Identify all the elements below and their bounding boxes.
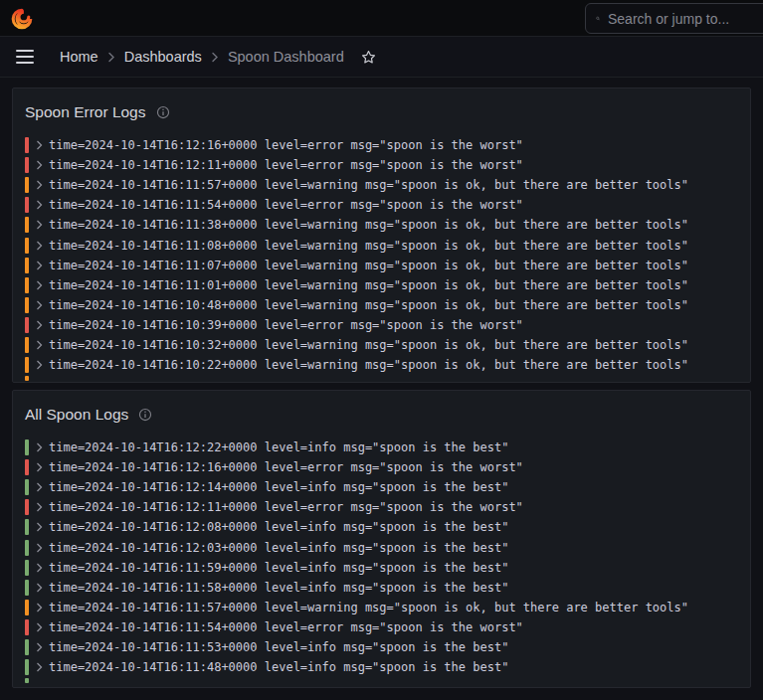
log-row[interactable]: time=2024-10-14T16:11:59+0000 level=info… [13, 558, 750, 578]
log-line-text: time=2024-10-14T16:10:32+0000 level=warn… [49, 338, 688, 352]
log-row[interactable]: time=2024-10-14T16:12:08+0000 level=info… [13, 517, 750, 537]
log-line-text: time=2024-10-14T16:11:57+0000 level=warn… [49, 178, 688, 192]
log-line-text: time=2024-10-14T16:12:03+0000 level=info… [49, 541, 508, 555]
log-row[interactable]: time=2024-10-14T16:10:39+0000 level=erro… [13, 315, 750, 335]
log-row[interactable]: time=2024-10-14T16:12:16+0000 level=erro… [13, 135, 750, 155]
log-row[interactable]: time=2024-10-14T16:11:57+0000 level=warn… [13, 175, 750, 195]
log-row[interactable]: time=2024-10-14T16:11:38+0000 level=warn… [13, 215, 750, 235]
log-rows: time=2024-10-14T16:12:22+0000 level=info… [13, 438, 750, 677]
expand-chevron-right-icon[interactable] [29, 241, 49, 251]
log-row[interactable]: time=2024-10-14T16:11:53+0000 level=info… [13, 637, 750, 657]
log-row[interactable]: time=2024-10-14T16:11:58+0000 level=info… [13, 578, 750, 598]
search-box[interactable] [585, 3, 763, 34]
expand-chevron-right-icon[interactable] [29, 360, 49, 370]
log-level-bar-partial [25, 376, 29, 381]
log-row[interactable]: time=2024-10-14T16:10:22+0000 level=warn… [13, 355, 750, 375]
grafana-logo[interactable] [9, 6, 35, 32]
log-line-text: time=2024-10-14T16:12:11+0000 level=erro… [49, 500, 523, 514]
log-line-text: time=2024-10-14T16:11:54+0000 level=erro… [49, 620, 523, 634]
hamburger-icon [16, 50, 34, 52]
panel-title[interactable]: Spoon Error Logs [25, 103, 146, 121]
top-app-bar [0, 0, 763, 37]
breadcrumb-home[interactable]: Home [54, 45, 104, 69]
log-line-text: time=2024-10-14T16:10:22+0000 level=warn… [49, 358, 688, 372]
breadcrumb-dashboards[interactable]: Dashboards [118, 45, 208, 69]
expand-chevron-right-icon[interactable] [29, 563, 49, 573]
breadcrumb: Home Dashboards Spoon Dashboard [54, 45, 350, 69]
star-icon [360, 49, 377, 66]
expand-chevron-right-icon[interactable] [29, 442, 49, 452]
log-line-text: time=2024-10-14T16:12:22+0000 level=info… [49, 440, 508, 454]
expand-chevron-right-icon[interactable] [29, 522, 49, 532]
expand-chevron-right-icon[interactable] [29, 543, 49, 553]
expand-chevron-right-icon[interactable] [29, 340, 49, 350]
log-line-text: time=2024-10-14T16:11:48+0000 level=info… [49, 660, 508, 674]
log-row[interactable]: time=2024-10-14T16:12:14+0000 level=info… [13, 477, 750, 497]
panel-spoon-error-logs: Spoon Error Logs time=2024-10-14T16:12:1… [12, 88, 751, 383]
breadcrumb-bar: Home Dashboards Spoon Dashboard [0, 37, 763, 78]
expand-chevron-right-icon[interactable] [29, 280, 49, 290]
log-line-text: time=2024-10-14T16:12:16+0000 level=erro… [49, 460, 523, 474]
panel-title[interactable]: All Spoon Logs [25, 406, 128, 424]
expand-chevron-right-icon[interactable] [29, 160, 49, 170]
log-row[interactable]: time=2024-10-14T16:12:22+0000 level=info… [13, 438, 750, 457]
log-row[interactable]: time=2024-10-14T16:11:07+0000 level=warn… [13, 256, 750, 275]
search-icon [596, 11, 600, 26]
log-row[interactable]: time=2024-10-14T16:11:08+0000 level=warn… [13, 235, 750, 255]
info-circle-icon[interactable] [138, 408, 152, 422]
log-line-text: time=2024-10-14T16:12:08+0000 level=info… [49, 520, 508, 534]
expand-chevron-right-icon[interactable] [29, 583, 49, 593]
log-line-text: time=2024-10-14T16:12:11+0000 level=erro… [49, 158, 523, 172]
breadcrumb-current-dashboard: Spoon Dashboard [222, 45, 350, 69]
menu-toggle-button[interactable] [8, 42, 42, 72]
log-row[interactable]: time=2024-10-14T16:12:11+0000 level=erro… [13, 497, 750, 517]
expand-chevron-right-icon[interactable] [29, 622, 49, 632]
log-row[interactable]: time=2024-10-14T16:10:32+0000 level=warn… [13, 335, 750, 355]
log-row[interactable]: time=2024-10-14T16:12:16+0000 level=erro… [13, 457, 750, 477]
log-line-text: time=2024-10-14T16:11:07+0000 level=warn… [49, 259, 688, 272]
log-row[interactable]: time=2024-10-14T16:11:54+0000 level=erro… [13, 617, 750, 637]
expand-chevron-right-icon[interactable] [29, 462, 49, 472]
expand-chevron-right-icon[interactable] [29, 140, 49, 150]
log-line-text: time=2024-10-14T16:12:16+0000 level=erro… [49, 138, 523, 152]
log-line-text: time=2024-10-14T16:11:38+0000 level=warn… [49, 218, 688, 232]
grafana-logo-icon [10, 7, 34, 31]
panel-all-spoon-logs: All Spoon Logs time=2024-10-14T16:12:22+… [12, 390, 751, 688]
expand-chevron-right-icon[interactable] [29, 320, 49, 330]
expand-chevron-right-icon[interactable] [29, 662, 49, 672]
expand-chevron-right-icon[interactable] [29, 220, 49, 230]
expand-chevron-right-icon[interactable] [29, 502, 49, 512]
chevron-right-icon [106, 52, 116, 63]
expand-chevron-right-icon[interactable] [29, 200, 49, 210]
log-rows: time=2024-10-14T16:12:16+0000 level=erro… [13, 135, 750, 375]
panel-header: All Spoon Logs [13, 391, 750, 438]
dashboard-canvas: Spoon Error Logs time=2024-10-14T16:12:1… [0, 78, 763, 688]
info-circle-icon[interactable] [156, 105, 170, 119]
log-line-text: time=2024-10-14T16:11:08+0000 level=warn… [49, 239, 688, 253]
expand-chevron-right-icon[interactable] [29, 603, 49, 612]
expand-chevron-right-icon[interactable] [29, 180, 49, 190]
log-line-text: time=2024-10-14T16:11:58+0000 level=info… [49, 581, 508, 595]
expand-chevron-right-icon[interactable] [29, 261, 49, 270]
log-row[interactable]: time=2024-10-14T16:11:54+0000 level=erro… [13, 195, 750, 215]
chevron-right-icon [210, 52, 220, 63]
log-row[interactable]: time=2024-10-14T16:12:03+0000 level=info… [13, 537, 750, 557]
log-row[interactable]: time=2024-10-14T16:11:01+0000 level=warn… [13, 275, 750, 295]
log-line-text: time=2024-10-14T16:11:54+0000 level=erro… [49, 198, 523, 212]
favorite-dashboard-button[interactable] [356, 45, 381, 70]
log-line-text: time=2024-10-14T16:11:01+0000 level=warn… [49, 278, 688, 292]
log-line-text: time=2024-10-14T16:10:48+0000 level=warn… [49, 298, 688, 312]
expand-chevron-right-icon[interactable] [29, 300, 49, 310]
log-row[interactable]: time=2024-10-14T16:11:48+0000 level=info… [13, 657, 750, 677]
log-level-bar-partial [25, 678, 29, 683]
log-row[interactable]: time=2024-10-14T16:11:57+0000 level=warn… [13, 598, 750, 617]
search-input[interactable] [608, 11, 763, 27]
panel-header: Spoon Error Logs [13, 88, 750, 135]
log-line-text: time=2024-10-14T16:11:53+0000 level=info… [49, 640, 508, 654]
expand-chevron-right-icon[interactable] [29, 642, 49, 652]
expand-chevron-right-icon[interactable] [29, 482, 49, 492]
log-row[interactable]: time=2024-10-14T16:12:11+0000 level=erro… [13, 155, 750, 175]
log-line-text: time=2024-10-14T16:10:39+0000 level=erro… [49, 318, 523, 332]
log-row[interactable]: time=2024-10-14T16:10:48+0000 level=warn… [13, 295, 750, 315]
log-line-text: time=2024-10-14T16:12:14+0000 level=info… [49, 480, 508, 494]
